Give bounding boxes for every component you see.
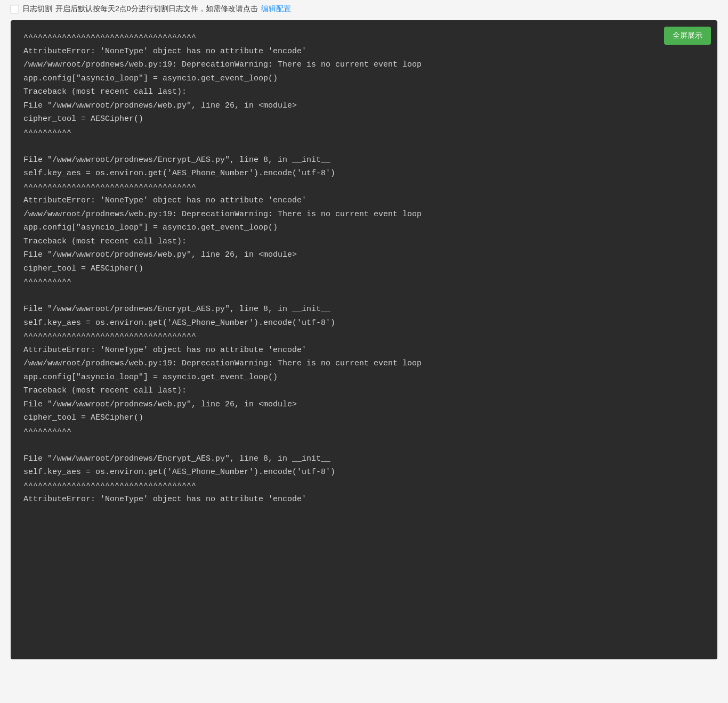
page-wrapper: 日志切割 开启后默认按每天2点0分进行切割日志文件，如需修改请点击 编辑配置 全… bbox=[0, 0, 728, 703]
terminal-content: ^^^^^^^^^^^^^^^^^^^^^^^^^^^^^^^^^^^^ Att… bbox=[23, 31, 705, 506]
terminal-container: 全屏展示 ^^^^^^^^^^^^^^^^^^^^^^^^^^^^^^^^^^^… bbox=[11, 20, 717, 659]
edit-config-link[interactable]: 编辑配置 bbox=[261, 4, 291, 14]
log-rotation-description: 开启后默认按每天2点0分进行切割日志文件，如需修改请点击 bbox=[55, 4, 258, 14]
log-rotation-label: 日志切割 bbox=[22, 4, 52, 14]
fullscreen-button[interactable]: 全屏展示 bbox=[664, 27, 711, 45]
top-bar: 日志切割 开启后默认按每天2点0分进行切割日志文件，如需修改请点击 编辑配置 bbox=[0, 0, 728, 20]
checkbox-area: 日志切割 开启后默认按每天2点0分进行切割日志文件，如需修改请点击 编辑配置 bbox=[11, 4, 291, 14]
log-rotation-checkbox[interactable] bbox=[11, 5, 19, 13]
